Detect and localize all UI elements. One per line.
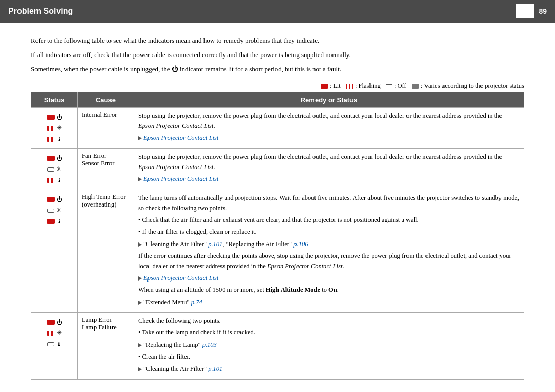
cause-cell-1: Internal Error — [78, 108, 134, 149]
sun-icon-3: ✳ — [56, 207, 61, 214]
cause-line2-2: Sensor Error — [82, 160, 130, 167]
varies-label: : Varies according to the projector stat… — [421, 82, 524, 90]
remedy-link-2[interactable]: Epson Projector Contact List — [138, 174, 520, 184]
page-header: Problem Solving 89 — [0, 0, 555, 23]
flash-icon — [346, 84, 353, 89]
lit-label: : Lit — [330, 82, 344, 90]
ref-arrow-2 — [138, 177, 142, 181]
cause-line2-4: Lamp Failure — [82, 324, 130, 331]
contact-list-link-3[interactable]: Epson Projector Contact List — [143, 274, 218, 282]
sun-icon-2: ✳ — [56, 165, 61, 173]
led-red-4 — [47, 320, 55, 325]
remedy-4-p2: • Take out the lamp and check if it is c… — [138, 328, 520, 338]
cause-line1-3: High Temp Error — [82, 193, 130, 201]
cause-line1-2: Fan Error — [82, 152, 130, 160]
status-cell-3: ⏻ ✳ 🌡 — [31, 190, 78, 313]
col-header-remedy: Remedy or Status — [134, 92, 524, 108]
led-off-2 — [47, 167, 54, 172]
cause-cell-2: Fan Error Sensor Error — [78, 149, 134, 190]
page-title: Problem Solving — [8, 7, 73, 16]
ref-arrow-4b — [138, 367, 142, 371]
led-red-1 — [47, 115, 55, 120]
header-right: 89 — [516, 4, 547, 18]
extended-menu-link[interactable]: p.74 — [191, 298, 202, 306]
remedy-text-1a: Stop using the projector, remove the pow… — [138, 111, 520, 131]
remedy-3-p2: • Check that the air filter and air exha… — [138, 215, 520, 225]
status-cell-4: ⏻ ✳ 🌡 — [31, 313, 78, 380]
table-row: ⏻ ✳ 🌡 Fan Error Sensor Erro — [31, 149, 524, 190]
remedy-4-p3b: "Cleaning the Air Filter" p.101 — [138, 364, 520, 374]
replacing-link-3[interactable]: p.106 — [293, 240, 308, 248]
col-header-cause: Cause — [78, 92, 134, 108]
intro-line1: Refer to the following table to see what… — [31, 35, 524, 46]
power-icon-2: ⏻ — [57, 155, 62, 161]
contact-list-link-2[interactable]: Epson Projector Contact List — [143, 175, 218, 182]
remedy-cell-1: Stop using the projector, remove the pow… — [134, 108, 524, 149]
off-icon — [386, 84, 392, 88]
flash-label: : Flashing — [355, 82, 384, 90]
problem-solving-table: Status Cause Remedy or Status ⏻ ✳ — [31, 92, 524, 380]
cause-cell-3: High Temp Error (overheating) — [78, 190, 134, 313]
varies-icon — [412, 84, 419, 89]
remedy-4-p3: • Clean the air filter. — [138, 352, 520, 362]
led-off-3 — [47, 209, 54, 213]
ref-arrow-3c — [138, 301, 142, 305]
led-red-2 — [47, 156, 55, 161]
led-flash-4 — [47, 331, 55, 336]
table-row: ⏻ ✳ 🌡 Lamp Error Lamp Failu — [31, 313, 524, 380]
lit-icon — [321, 84, 328, 89]
ref-arrow-3b — [138, 276, 142, 281]
remedy-3-p3: • If the air filter is clogged, clean or… — [138, 227, 520, 237]
temp-icon-1: 🌡 — [57, 136, 62, 142]
remedy-link-1[interactable]: Epson Projector Contact List — [138, 133, 520, 143]
header-decoration — [516, 4, 534, 18]
remedy-4-p1: Check the following two points. — [138, 316, 520, 326]
col-header-status: Status — [31, 92, 78, 108]
remedy-cell-3: The lamp turns off automatically and pro… — [134, 190, 524, 313]
power-icon-4: ⏻ — [57, 319, 62, 325]
led-red-3 — [47, 197, 55, 202]
page-content: Refer to the following table to see what… — [0, 23, 555, 392]
table-header-row: Status Cause Remedy or Status — [31, 92, 524, 108]
remedy-4-p2b: "Replacing the Lamp" p.103 — [138, 340, 520, 350]
temp-icon-3: 🌡 — [57, 218, 62, 225]
intro-line2: If all indicators are off, check that th… — [31, 49, 524, 61]
remedy-text-2a: Stop using the projector, remove the pow… — [138, 152, 520, 172]
contact-list-link-1[interactable]: Epson Projector Contact List — [143, 134, 218, 141]
table-row: ⏻ ✳ 🌡 High Temp Error (over — [31, 190, 524, 313]
replacing-lamp-link[interactable]: p.103 — [202, 341, 217, 348]
ref-arrow-3a — [138, 242, 142, 247]
cause-line1-4: Lamp Error — [82, 316, 130, 324]
remedy-3-p1: The lamp turns off automatically and pro… — [138, 193, 520, 213]
led-red-3b — [47, 219, 55, 224]
remedy-3-p4: If the error continues after checking th… — [138, 251, 520, 271]
cause-text-1: Internal Error — [82, 111, 117, 118]
cleaning-lamp-link[interactable]: p.101 — [208, 365, 223, 372]
remedy-3-p5b: "Extended Menu" p.74 — [138, 297, 520, 307]
page-number: 89 — [539, 7, 547, 15]
sun-icon-4: ✳ — [57, 329, 62, 337]
status-cell-2: ⏻ ✳ 🌡 — [31, 149, 78, 190]
cause-cell-4: Lamp Error Lamp Failure — [78, 313, 134, 380]
cleaning-link-3[interactable]: p.101 — [208, 240, 223, 248]
cause-line2-3: (overheating) — [82, 201, 130, 209]
remedy-cell-2: Stop using the projector, remove the pow… — [134, 149, 524, 190]
intro-line3: Sometimes, when the power cable is unplu… — [31, 64, 524, 75]
led-off-4 — [47, 342, 54, 346]
power-icon-1: ⏻ — [57, 114, 62, 120]
off-label: : Off — [394, 82, 410, 90]
remedy-link-3[interactable]: Epson Projector Contact List — [138, 273, 520, 283]
remedy-3-p5: When using at an altitude of 1500 m or m… — [138, 285, 520, 295]
ref-arrow-4a — [138, 343, 142, 347]
remedy-3-p3b: "Cleaning the Air Filter" p.101, "Replac… — [138, 239, 520, 249]
led-flash-1 — [47, 126, 55, 131]
ref-arrow-1 — [138, 136, 142, 140]
sun-icon-1: ✳ — [57, 124, 62, 132]
temp-icon-4: 🌡 — [56, 341, 62, 347]
led-flash-2 — [47, 137, 55, 142]
power-icon-3: ⏻ — [57, 196, 62, 202]
temp-icon-2: 🌡 — [57, 177, 62, 183]
table-row: ⏻ ✳ 🌡 Internal Error — [31, 108, 524, 149]
remedy-cell-4: Check the following two points. • Take o… — [134, 313, 524, 380]
legend-row: : Lit : Flashing : Off : Varies accordin… — [31, 82, 524, 90]
